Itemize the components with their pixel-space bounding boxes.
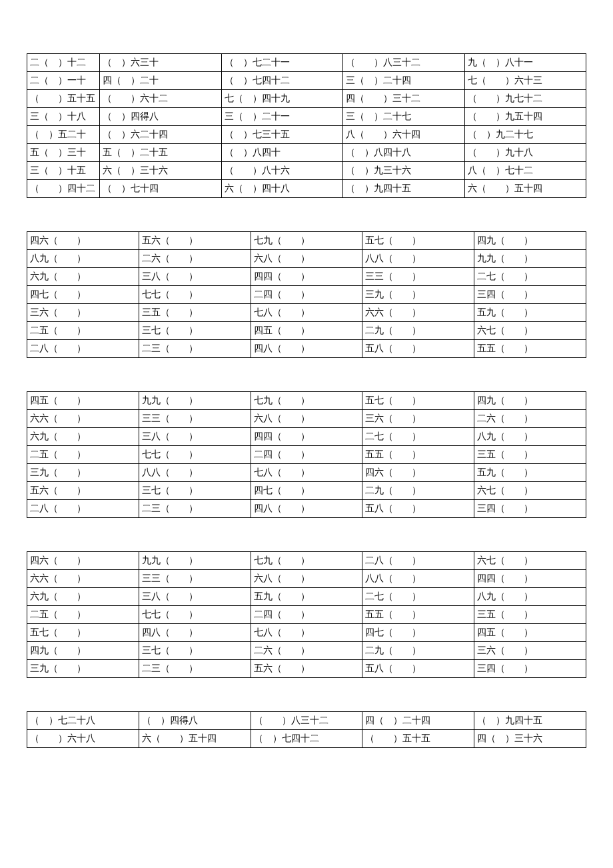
- cell: 三八（ ）: [139, 588, 251, 606]
- cell: 四六（ ）: [27, 552, 139, 570]
- cell: 三（ ）二十四: [343, 72, 465, 90]
- cell: 三三（ ）: [139, 410, 251, 428]
- cell: 三七（ ）: [139, 482, 251, 500]
- cell: 二三（ ）: [139, 660, 251, 678]
- table-row: 六六（ ）三三（ ）六八（ ）八八（ ）四四（ ）: [27, 570, 586, 588]
- cell: 五七（ ）: [362, 392, 474, 410]
- cell: 二（ ）一十: [27, 72, 100, 90]
- cell: 四（ ）二十四: [362, 712, 474, 730]
- cell: （ ）五二十: [27, 126, 100, 144]
- cell: 三六（ ）: [474, 642, 586, 660]
- table-row: 三（ ）十五六（ ）三十六（ ）八十六（ ）九三十六八（ ）七十二: [27, 162, 586, 180]
- cell: 三九（ ）: [27, 660, 139, 678]
- multiplication-fill-table-4: 四六（ ）九九（ ）七九（ ）二八（ ）六七（ ） 六六（ ）三三（ ）六八（ …: [27, 551, 586, 678]
- cell: （ ）八四十八: [343, 144, 465, 162]
- cell: 六八（ ）: [251, 250, 362, 268]
- cell: 四五（ ）: [474, 624, 586, 642]
- cell: 七九（ ）: [251, 552, 362, 570]
- table-row: （ ）四十二（ ）七十四六（ ）四十八（ ）九四十五六（ ）五十四: [27, 180, 586, 198]
- cell: 五七（ ）: [27, 624, 139, 642]
- multiplication-fill-table-2: 四六（ ）五六（ ）七九（ ）五七（ ）四九（ ） 八九（ ）二六（ ）六八（ …: [27, 231, 586, 358]
- cell: 二四（ ）: [251, 286, 362, 304]
- cell: 七九（ ）: [251, 232, 362, 250]
- cell: （ ）九十八: [464, 144, 586, 162]
- cell: 七（ ）四十九: [221, 90, 343, 108]
- cell: 五八（ ）: [362, 660, 474, 678]
- cell: 六六（ ）: [27, 410, 139, 428]
- cell: 三三（ ）: [362, 268, 474, 286]
- cell: （ ）九七十二: [464, 90, 586, 108]
- cell: 六（ ）五十四: [139, 730, 251, 748]
- cell: 三四（ ）: [474, 500, 586, 518]
- cell: 三九（ ）: [362, 286, 474, 304]
- cell: 四五（ ）: [251, 322, 362, 340]
- cell: 二三（ ）: [139, 500, 251, 518]
- cell: 六六（ ）: [27, 570, 139, 588]
- cell: 五八（ ）: [362, 500, 474, 518]
- cell: 七七（ ）: [139, 286, 251, 304]
- cell: 七八（ ）: [251, 624, 362, 642]
- table-row: 六九（ ）三八（ ）五九（ ）二七（ ）八九（ ）: [27, 588, 586, 606]
- cell: 二四（ ）: [251, 606, 362, 624]
- cell: 九九（ ）: [139, 392, 251, 410]
- cell: 三三（ ）: [139, 570, 251, 588]
- table-row: 四九（ ）三七（ ）二六（ ）二九（ ）三六（ ）: [27, 642, 586, 660]
- cell: 四（ ）三十二: [343, 90, 465, 108]
- cell: （ ）九四十五: [343, 180, 465, 198]
- cell: 五（ ）二十五: [100, 144, 222, 162]
- cell: 二五（ ）: [27, 446, 139, 464]
- multiplication-fill-table-3: 四五（ ）九九（ ）七九（ ）五七（ ）四九（ ） 六六（ ）三三（ ）六八（ …: [27, 391, 586, 518]
- table-row: （ ）五二十（ ）六二十四（ ）七三十五八（ ）六十四（ ）九二十七: [27, 126, 586, 144]
- cell: 二七（ ）: [362, 588, 474, 606]
- cell: 二七（ ）: [474, 268, 586, 286]
- cell: 七（ ）六十三: [464, 72, 586, 90]
- cell: 四八（ ）: [251, 340, 362, 358]
- cell: 五五（ ）: [474, 340, 586, 358]
- cell: （ ）四十二: [27, 180, 100, 198]
- table-body: 四六（ ）五六（ ）七九（ ）五七（ ）四九（ ） 八九（ ）二六（ ）六八（ …: [27, 232, 586, 358]
- table-row: 六九（ ）三八（ ）四四（ ）三三（ ）二七（ ）: [27, 268, 586, 286]
- cell: （ ）七三十五: [221, 126, 343, 144]
- cell: 二九（ ）: [362, 322, 474, 340]
- cell: （ ）六十八: [27, 730, 139, 748]
- multiplication-fill-table-1: 二（ ）十二（ ）六三十（ ）七二十一（ ）八三十二九（ ）八十一 二（ ）一十…: [27, 53, 586, 198]
- cell: 六九（ ）: [27, 268, 139, 286]
- cell: 六（ ）三十六: [100, 162, 222, 180]
- cell: （ ）六十二: [100, 90, 222, 108]
- table-row: 三九（ ）八八（ ）七八（ ）四六（ ）五九（ ）: [27, 464, 586, 482]
- cell: 五七（ ）: [362, 232, 474, 250]
- cell: 八八（ ）: [362, 570, 474, 588]
- cell: 二六（ ）: [474, 410, 586, 428]
- cell: 四四（ ）: [251, 428, 362, 446]
- table-body: 二（ ）十二（ ）六三十（ ）七二十一（ ）八三十二九（ ）八十一 二（ ）一十…: [27, 54, 586, 198]
- cell: 三（ ）十五: [27, 162, 100, 180]
- multiplication-fill-table-5: （ ）七二十八（ ）四得八（ ）八三十二四（ ）二十四（ ）九四十五 （ ）六十…: [27, 711, 586, 748]
- table-row: 四六（ ）五六（ ）七九（ ）五七（ ）四九（ ）: [27, 232, 586, 250]
- cell: 三六（ ）: [362, 410, 474, 428]
- cell: （ ）九二十七: [464, 126, 586, 144]
- cell: 九九（ ）: [139, 552, 251, 570]
- cell: 四八（ ）: [251, 500, 362, 518]
- cell: 二六（ ）: [251, 642, 362, 660]
- cell: 四六（ ）: [27, 232, 139, 250]
- cell: （ ）五十五: [27, 90, 100, 108]
- cell: 八（ ）六十四: [343, 126, 465, 144]
- cell: （ ）九三十六: [343, 162, 465, 180]
- cell: 八九（ ）: [474, 588, 586, 606]
- cell: 三八（ ）: [139, 428, 251, 446]
- cell: 三四（ ）: [474, 286, 586, 304]
- cell: 五六（ ）: [27, 482, 139, 500]
- table-row: 四六（ ）九九（ ）七九（ ）二八（ ）六七（ ）: [27, 552, 586, 570]
- cell: 四九（ ）: [474, 232, 586, 250]
- cell: 四八（ ）: [139, 624, 251, 642]
- table-row: 二（ ）一十四（ ）二十（ ）七四十二三（ ）二十四七（ ）六十三: [27, 72, 586, 90]
- cell: 四（ ）二十: [100, 72, 222, 90]
- cell: 九九（ ）: [474, 250, 586, 268]
- cell: 七八（ ）: [251, 464, 362, 482]
- table-row: （ ）七二十八（ ）四得八（ ）八三十二四（ ）二十四（ ）九四十五: [27, 712, 586, 730]
- cell: （ ）六三十: [100, 54, 222, 72]
- cell: 七八（ ）: [251, 304, 362, 322]
- cell: （ ）四得八: [100, 108, 222, 126]
- cell: 六七（ ）: [474, 482, 586, 500]
- table-row: 四七（ ）七七（ ）二四（ ）三九（ ）三四（ ）: [27, 286, 586, 304]
